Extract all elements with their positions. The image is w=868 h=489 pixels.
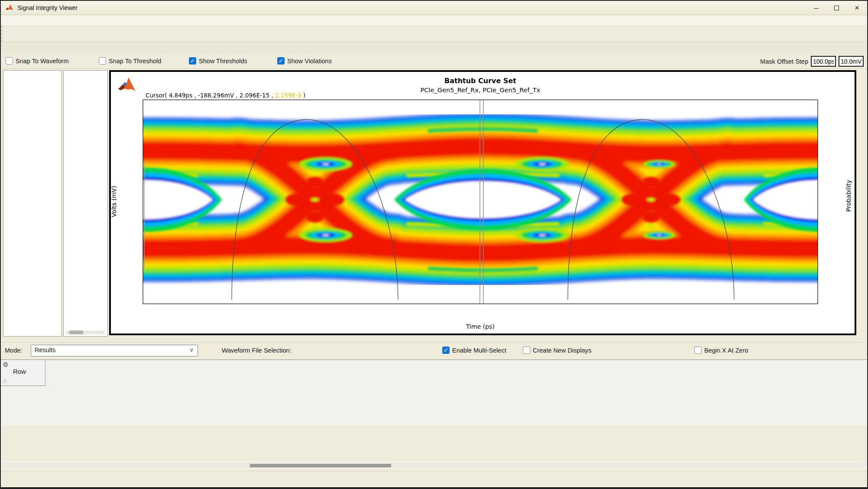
- begin-x-at-zero-checkbox[interactable]: Begin X At Zero: [694, 347, 748, 354]
- mask-offset-voltage-input[interactable]: [839, 56, 864, 67]
- maximize-button[interactable]: [826, 1, 847, 15]
- mode-label: Mode:: [5, 347, 22, 354]
- table-empty-area: [1, 360, 867, 425]
- scrollbar-thumb[interactable]: [250, 464, 391, 467]
- options-row: Snap To Waveform Snap To Threshold ✓ Sho…: [1, 54, 867, 69]
- gear-icon[interactable]: ⚙: [3, 361, 8, 369]
- checkbox-label: Enable Multi-Select: [452, 347, 506, 354]
- mask-offset-step-label: Mask Offset Step: [760, 58, 808, 65]
- checkbox-box: ✓: [277, 57, 285, 65]
- close-icon: ×: [855, 3, 859, 13]
- view-tabs: [1, 42, 867, 54]
- checkbox-box: [99, 57, 106, 65]
- results-control-bar: Mode: Results ∨ Waveform File Selection:…: [1, 342, 867, 359]
- enable-multi-select-checkbox[interactable]: ✓ Enable Multi-Select: [442, 347, 506, 354]
- table-horizontal-scrollbar[interactable]: [1, 461, 867, 470]
- title-bar: Signal Integrity Viewer ─ ×: [1, 1, 867, 15]
- checkbox-box: [523, 347, 530, 354]
- x-axis-label: Time (ps): [466, 323, 495, 330]
- show-violations-checkbox[interactable]: ✓ Show Violations: [277, 57, 332, 65]
- checkbox-box: [694, 347, 702, 354]
- matlab-logo-icon: [117, 75, 137, 95]
- mode-select[interactable]: Results ∨: [31, 345, 198, 356]
- results-table: ⚙ Row ⌂: [1, 359, 867, 425]
- create-new-displays-checkbox[interactable]: Create New Displays: [523, 347, 591, 354]
- checkbox-label: Snap To Waveform: [16, 58, 69, 65]
- plot-list-scrollbar[interactable]: [66, 330, 105, 334]
- eye-diagram-plot[interactable]: Bathtub Curve Set PCIe_Gen5_Ref_Rx, PCIe…: [109, 70, 856, 335]
- window-bottom-edge: [1, 487, 867, 489]
- snap-to-threshold-checkbox[interactable]: Snap To Threshold: [99, 57, 161, 65]
- scrollbar-thumb[interactable]: [69, 330, 83, 334]
- maximize-icon: [834, 6, 839, 10]
- home-icon[interactable]: ⌂: [3, 377, 6, 384]
- row-header-cell: ⚙ Row ⌂: [1, 360, 45, 386]
- plot-title: Bathtub Curve Set: [444, 77, 516, 85]
- status-bar: [1, 471, 867, 487]
- cursor-readout: Cursor( 4.849ps , -188.296mV , 2.096E-15…: [146, 92, 305, 99]
- signal-integrity-viewer-window: Signal Integrity Viewer ─ × Snap To Wave…: [0, 0, 868, 489]
- scrollbar-track[interactable]: [3, 463, 865, 468]
- minimize-icon: ─: [814, 4, 819, 12]
- displays-list: [3, 70, 62, 337]
- snap-to-waveform-checkbox[interactable]: Snap To Waveform: [6, 57, 69, 65]
- waveform-file-selection-label: Waveform File Selection:: [222, 347, 291, 354]
- right-axis-label: Probability: [845, 180, 852, 212]
- minimize-button[interactable]: ─: [806, 1, 826, 15]
- row-header-label: Row: [13, 368, 26, 375]
- mode-value: Results: [35, 347, 55, 353]
- plot-items-list: [63, 70, 108, 337]
- checkbox-box: ✓: [442, 347, 450, 354]
- checkbox-label: Snap To Threshold: [109, 58, 161, 65]
- menu-bar: [1, 15, 867, 26]
- toolbar: [1, 26, 867, 42]
- checkbox-label: Create New Displays: [533, 347, 591, 354]
- checkbox-box: ✓: [189, 57, 196, 65]
- checkbox-label: Show Violations: [287, 58, 332, 65]
- checkbox-label: Show Thresholds: [199, 58, 247, 65]
- checkbox-box: [6, 57, 13, 65]
- window-title: Signal Integrity Viewer: [17, 4, 78, 11]
- eye-density-heatmap: [109, 100, 856, 304]
- close-button[interactable]: ×: [847, 1, 867, 15]
- app-logo-icon: [5, 3, 14, 12]
- checkbox-label: Begin X At Zero: [704, 347, 748, 354]
- y-axis-label: Volts (mV): [110, 186, 117, 217]
- plot-subtitle: PCIe_Gen5_Ref_Rx, PCIe_Gen5_Ref_Tx: [421, 87, 541, 94]
- chevron-down-icon: ∨: [189, 347, 194, 353]
- mask-offset-time-input[interactable]: [811, 56, 836, 67]
- show-thresholds-checkbox[interactable]: ✓ Show Thresholds: [189, 57, 247, 65]
- main-area: Bathtub Curve Set PCIe_Gen5_Ref_Rx, PCIe…: [1, 69, 867, 341]
